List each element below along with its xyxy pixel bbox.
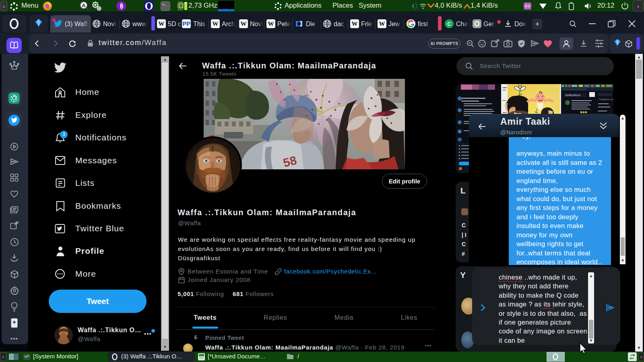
svg-text:Trends for you: Trends for you bbox=[599, 98, 613, 101]
svg-text:Notifications: Notifications bbox=[565, 94, 581, 97]
